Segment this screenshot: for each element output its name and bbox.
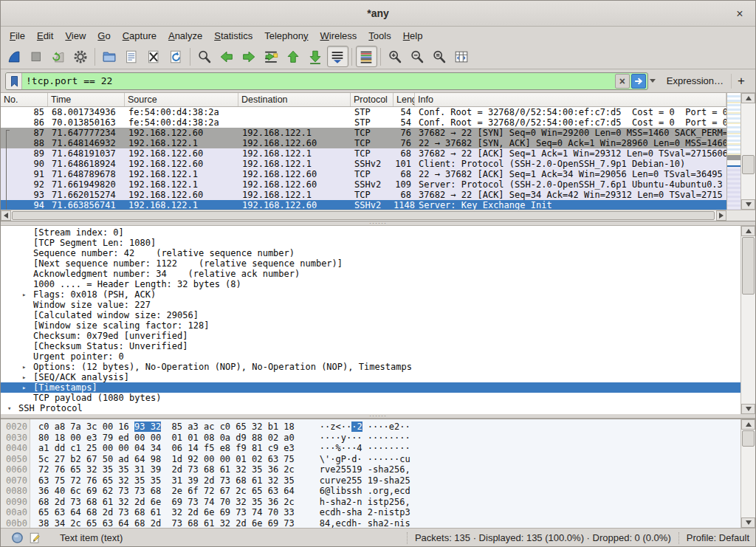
packet-list-vscrollbar[interactable] — [740, 93, 755, 210]
hex-row-0050[interactable]: 00505c 27 b2 67 50 ad 64 98 1d 92 00 00 … — [1, 454, 740, 465]
packet-list-hscrollbar[interactable] — [1, 210, 726, 221]
tree-expanded-icon[interactable]: ▾ — [7, 403, 11, 413]
packet-row-88[interactable]: 8871.648146932192.168.122.1192.168.122.6… — [1, 138, 726, 148]
autoscroll-button[interactable] — [327, 46, 348, 67]
detail-line[interactable]: 1000 .... = Header Length: 32 bytes (8) — [1, 279, 740, 289]
file-open-button[interactable] — [99, 46, 120, 67]
tree-collapsed-icon[interactable]: ▸ — [22, 413, 26, 414]
tree-collapsed-icon[interactable]: ▸ — [22, 289, 26, 300]
menu-go[interactable]: Go — [92, 28, 116, 44]
scroll-down-arrow[interactable] — [741, 517, 755, 528]
zoom-100-button[interactable] — [429, 46, 450, 67]
filter-bookmark-button[interactable] — [6, 73, 22, 89]
column-header-no[interactable]: No. — [1, 93, 48, 106]
column-header-time[interactable]: Time — [48, 93, 125, 106]
packet-row-89[interactable]: 8971.648191037192.168.122.60192.168.122.… — [1, 148, 726, 159]
menu-help[interactable]: Help — [397, 28, 429, 44]
filter-clear-button[interactable]: × — [615, 74, 630, 89]
detail-line[interactable]: [Next sequence number: 1122 (relative se… — [1, 258, 740, 269]
packet-row-85[interactable]: 8568.001734936fe:54:00:d4:38:2aSTP54Conf… — [1, 107, 726, 117]
detail-line[interactable]: TCP payload (1080 bytes) — [1, 393, 740, 403]
tree-collapsed-icon[interactable]: ▸ — [22, 362, 26, 372]
scroll-up-arrow[interactable] — [741, 226, 755, 236]
scroll-thumb[interactable] — [742, 237, 755, 295]
packet-row-86[interactable]: 8670.013850163fe:54:00:d4:38:2aSTP54Conf… — [1, 117, 726, 128]
packet-list-minimap[interactable] — [726, 93, 740, 210]
filter-apply-button[interactable] — [631, 74, 646, 89]
filter-add-button[interactable]: + — [731, 74, 751, 89]
detail-line[interactable]: [TCP Segment Len: 1080] — [1, 238, 740, 248]
detail-line[interactable]: [Stream index: 0] — [1, 227, 740, 238]
detail-line[interactable]: ▸Options: (12 bytes), No-Operation (NOP)… — [1, 362, 740, 372]
detail-line[interactable]: ▸[SEQ/ACK analysis] — [1, 372, 740, 382]
hex-row-00b0[interactable]: 00b038 34 2c 65 63 64 68 2d 73 68 61 32 … — [1, 518, 740, 529]
file-save-button[interactable] — [121, 46, 142, 67]
detail-line[interactable]: Urgent pointer: 0 — [1, 351, 740, 362]
filter-history-dropdown[interactable] — [648, 73, 658, 89]
packet-row-92[interactable]: 9271.661949820192.168.122.1192.168.122.6… — [1, 179, 726, 190]
column-header-destination[interactable]: Destination — [238, 93, 351, 106]
scroll-thumb[interactable] — [12, 211, 715, 220]
packet-row-94[interactable]: 9471.663856741192.168.122.1192.168.122.6… — [1, 200, 726, 210]
hex-row-0070[interactable]: 007063 75 72 76 65 32 35 35 31 39 2d 73 … — [1, 475, 740, 486]
capture-stop-button[interactable] — [26, 46, 47, 67]
file-reload-button[interactable] — [165, 46, 187, 67]
hex-row-0040[interactable]: 0040a1 dd c1 25 00 00 04 34 06 14 f5 e8 … — [1, 443, 740, 454]
scroll-up-arrow[interactable] — [741, 419, 755, 430]
menu-telephony[interactable]: Telephony — [258, 28, 314, 44]
detail-line[interactable]: [Window size scaling factor: 128] — [1, 320, 740, 331]
scroll-thumb[interactable] — [742, 430, 755, 447]
packet-row-87[interactable]: 8771.647777234192.168.122.60192.168.122.… — [1, 128, 726, 138]
title-bar[interactable]: *any × — [1, 1, 755, 27]
column-header-source[interactable]: Source — [125, 93, 238, 106]
menu-edit[interactable]: Edit — [31, 28, 59, 44]
expert-info-button[interactable] — [11, 531, 24, 544]
detail-line[interactable]: ▸Flags: 0x018 (PSH, ACK) — [1, 289, 740, 300]
go-forward-button[interactable] — [238, 46, 260, 67]
scroll-down-arrow[interactable] — [741, 404, 755, 414]
menu-analyze[interactable]: Analyze — [162, 28, 208, 44]
detail-line[interactable]: Acknowledgment number: 34 (relative ack … — [1, 269, 740, 279]
scroll-down-arrow[interactable] — [741, 199, 755, 210]
menu-wireless[interactable]: Wireless — [315, 28, 363, 44]
detail-line[interactable]: ▸[Timestamps] — [1, 382, 740, 393]
go-back-button[interactable] — [216, 46, 238, 67]
scroll-left-arrow[interactable] — [1, 210, 11, 221]
hex-row-0090[interactable]: 009068 2d 73 68 61 32 2d 6e 69 73 74 70 … — [1, 497, 740, 508]
file-close-button[interactable] — [143, 46, 165, 67]
packet-row-91[interactable]: 9171.648789678192.168.122.1192.168.122.6… — [1, 169, 726, 179]
detail-line[interactable]: ▾SSH Protocol — [1, 403, 740, 413]
tree-collapsed-icon[interactable]: ▸ — [22, 382, 26, 393]
resize-columns-button[interactable] — [451, 46, 472, 67]
tree-collapsed-icon[interactable]: ▸ — [22, 372, 26, 382]
go-to-button[interactable] — [261, 46, 282, 67]
expression-button[interactable]: Expression… — [658, 75, 731, 86]
hex-row-00a0[interactable]: 00a065 63 64 68 2d 73 68 61 32 2d 6e 69 … — [1, 507, 740, 518]
column-header-protocol[interactable]: Protocol — [351, 93, 394, 106]
capture-comment-button[interactable] — [29, 531, 41, 544]
display-filter-input[interactable]: !tcp.port == 22 — [22, 75, 615, 86]
detail-vscrollbar[interactable] — [740, 226, 755, 414]
find-button[interactable] — [194, 46, 216, 67]
hex-row-0080[interactable]: 008036 40 6c 69 62 73 73 68 2e 6f 72 67 … — [1, 486, 740, 497]
colorize-button[interactable] — [356, 46, 377, 67]
menu-statistics[interactable]: Statistics — [208, 28, 258, 44]
close-window-button[interactable]: × — [732, 6, 748, 22]
hex-row-0020[interactable]: 0020c0 a8 7a 3c 00 16 93 32 85 a3 ac c0 … — [1, 422, 740, 433]
detail-line[interactable]: Checksum: 0x79ed [unverified] — [1, 331, 740, 341]
menu-tools[interactable]: Tools — [362, 28, 396, 44]
go-last-button[interactable] — [305, 46, 326, 67]
detail-line[interactable]: [Calculated window size: 29056] — [1, 310, 740, 320]
hex-row-0030[interactable]: 003080 18 00 e3 79 ed 00 00 01 01 08 0a … — [1, 433, 740, 444]
menu-capture[interactable]: Capture — [117, 28, 162, 44]
hex-vscrollbar[interactable] — [740, 419, 755, 528]
packet-row-90[interactable]: 9071.648618924192.168.122.60192.168.122.… — [1, 159, 726, 169]
packet-row-93[interactable]: 9371.662015274192.168.122.60192.168.122.… — [1, 190, 726, 200]
go-first-button[interactable] — [283, 46, 304, 67]
zoom-out-button[interactable] — [407, 46, 428, 67]
capture-options-button[interactable] — [70, 46, 92, 67]
hex-dump[interactable]: 0020c0 a8 7a 3c 00 16 93 32 85 a3 ac c0 … — [1, 422, 740, 528]
column-header-length[interactable]: Length — [394, 93, 415, 106]
detail-line[interactable]: Window size value: 227 — [1, 300, 740, 310]
zoom-in-button[interactable] — [385, 46, 406, 67]
